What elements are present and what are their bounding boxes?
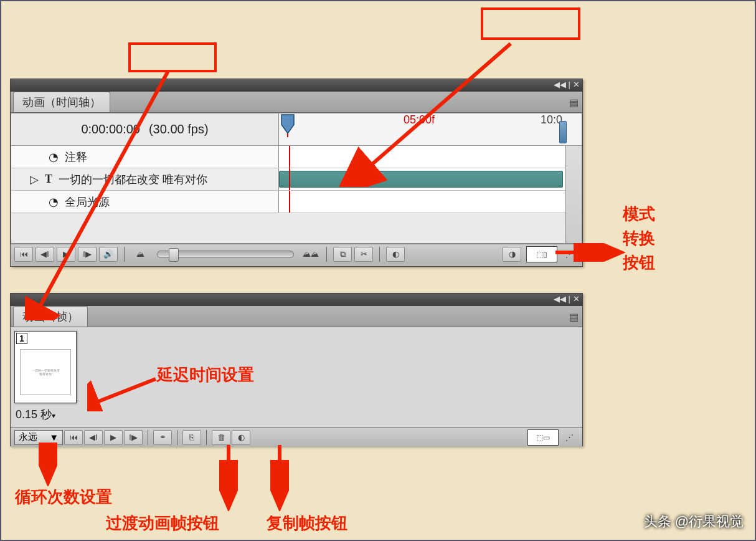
prev-frame-button-2[interactable]: ◀Ⅰ — [84, 430, 103, 445]
playhead-icon[interactable] — [280, 113, 295, 137]
stopwatch-icon[interactable]: ◔ — [49, 195, 59, 209]
panel2-divider: | — [569, 295, 570, 304]
panel1-titlebar[interactable]: ◀◀ | ✕ — [11, 79, 582, 92]
text-type-icon: T — [45, 173, 52, 186]
row-global-light[interactable]: ◔全局光源 — [11, 191, 582, 213]
panel1-collapse-icon[interactable]: ◀◀ — [554, 80, 566, 89]
panel2-close-icon[interactable]: ✕ — [573, 295, 580, 304]
expand-icon[interactable]: ▷ — [30, 173, 39, 186]
frame-footer: 永远▼ ⏮ ◀Ⅰ ▶ Ⅰ▶ ⚭ ⎘ 🗑 ◐ ⬚▭ ⋰ — [11, 427, 582, 447]
comment-label: 注释 — [65, 150, 87, 165]
anno-mode-switch: 模式 转换 按钮 — [623, 202, 655, 275]
stopwatch-icon[interactable]: ◔ — [49, 150, 59, 164]
next-frame-button[interactable]: Ⅰ▶ — [78, 247, 97, 262]
first-frame-button[interactable]: ⏮ — [14, 247, 33, 262]
animation-timeline-panel: ◀◀ | ✕ 动画（时间轴） ▤ 0:00:00:00 (30.00 fps) … — [10, 79, 583, 267]
frame-tab[interactable]: 动画（帧） — [13, 306, 88, 327]
panel1-menu-icon[interactable]: ▤ — [569, 97, 579, 108]
loop-dropdown-icon[interactable]: ▼ — [49, 432, 59, 443]
panel1-tabs: 动画（时间轴） ▤ — [11, 92, 582, 113]
play-button-2[interactable]: ▶ — [104, 430, 123, 445]
panel-resize[interactable]: ⋰ — [560, 247, 579, 262]
panel2-resize[interactable]: ⋰ — [560, 430, 579, 445]
global-light-label: 全局光源 — [65, 194, 110, 209]
timeline-header: 0:00:00:00 (30.00 fps) 05:00f 10:0 — [11, 113, 582, 146]
frame-delay-selector[interactable]: 0.15 秒▾ — [16, 407, 55, 422]
zoom-in-button[interactable]: ⛰⛰ — [301, 247, 320, 262]
tween-button[interactable]: ⚭ — [153, 430, 172, 445]
fps-value: (30.00 fps) — [149, 122, 209, 136]
zoom-slider[interactable] — [157, 251, 294, 258]
delay-dropdown-icon[interactable]: ▾ — [52, 411, 55, 420]
misc-frame-button[interactable]: ◐ — [232, 430, 250, 445]
duplicate-frame-button[interactable]: ⎘ — [182, 430, 201, 445]
split-button[interactable]: ✂ — [354, 247, 373, 262]
panel2-titlebar[interactable]: ◀◀ | ✕ — [11, 294, 582, 306]
animation-frame-panel: ◀◀ | ✕ 动画（帧） ▤ 1 一切的一切都在改变唯有对你 0.15 秒▾ 永… — [10, 293, 583, 446]
panel2-collapse-icon[interactable]: ◀◀ — [554, 295, 566, 304]
play-button[interactable]: ▶ — [57, 247, 75, 262]
convert-to-timeline-button[interactable]: ⬚▭ — [527, 429, 559, 446]
timeline-right-scroll[interactable] — [565, 146, 582, 243]
anno-tween: 过渡动画帧按钮 — [106, 511, 219, 535]
anno-loop: 循环次数设置 — [15, 485, 112, 509]
frame-number: 1 — [16, 333, 27, 344]
next-frame-button-2[interactable]: Ⅰ▶ — [124, 430, 143, 445]
panel2-menu-icon[interactable]: ▤ — [569, 311, 579, 323]
anno-delay: 延迟时间设置 — [157, 363, 254, 387]
timecode-value: 0:00:00:00 — [81, 122, 140, 136]
zoom-out-button[interactable]: ⛰ — [131, 247, 149, 262]
timeline-body: 0:00:00:00 (30.00 fps) 05:00f 10:0 ◔注释 ▷… — [11, 113, 582, 244]
text-layer-name: 一切的一切都在改变 唯有对你 — [59, 172, 207, 187]
anno-dup: 复制帧按钮 — [267, 511, 347, 535]
panel2-tabs: 动画（帧） ▤ — [11, 306, 582, 327]
timeline-tab[interactable]: 动画（时间轴） — [13, 92, 110, 112]
highlight-frame-mode — [128, 42, 217, 72]
frame-thumbnail-1[interactable]: 1 一切的一切都在改变唯有对你 — [14, 331, 77, 403]
row-text-layer[interactable]: ▷T一切的一切都在改变 唯有对你 — [11, 168, 582, 191]
work-area-end[interactable] — [559, 121, 567, 143]
text-clip[interactable] — [279, 171, 563, 188]
frame-body: 1 一切的一切都在改变唯有对你 0.15 秒▾ — [11, 327, 582, 427]
panel1-close-icon[interactable]: ✕ — [573, 80, 580, 89]
row-comment[interactable]: ◔注释 — [11, 146, 582, 168]
prev-frame-button[interactable]: ◀Ⅰ — [35, 247, 54, 262]
svg-marker-0 — [281, 115, 294, 133]
timecode-area[interactable]: 0:00:00:00 (30.00 fps) — [11, 113, 279, 145]
loop-count-selector[interactable]: 永远▼ — [14, 430, 63, 445]
misc-button-1[interactable]: ◐ — [386, 247, 405, 262]
ruler-tick-5: 05:00f — [404, 113, 435, 127]
time-ruler[interactable]: 05:00f 10:0 — [279, 113, 582, 145]
misc-button-2[interactable]: ◑ — [503, 247, 521, 262]
timeline-footer: ⏮ ◀Ⅰ ▶ Ⅰ▶ 🔊 ⛰ ⛰⛰ ⧉ ✂ ◐ ◑ ⬚▯ ⋰ — [11, 244, 582, 264]
highlight-timeline-mode — [481, 7, 580, 40]
convert-to-frame-button[interactable]: ⬚▯ — [526, 246, 557, 262]
watermark: 头条 @衍果视觉 — [644, 512, 744, 531]
onion-skin-button[interactable]: ⧉ — [333, 247, 352, 262]
zoom-knob[interactable] — [169, 248, 179, 262]
delete-frame-button[interactable]: 🗑 — [212, 430, 230, 445]
audio-button[interactable]: 🔊 — [99, 247, 118, 262]
panel1-divider: | — [569, 80, 570, 89]
first-frame-button-2[interactable]: ⏮ — [64, 430, 83, 445]
